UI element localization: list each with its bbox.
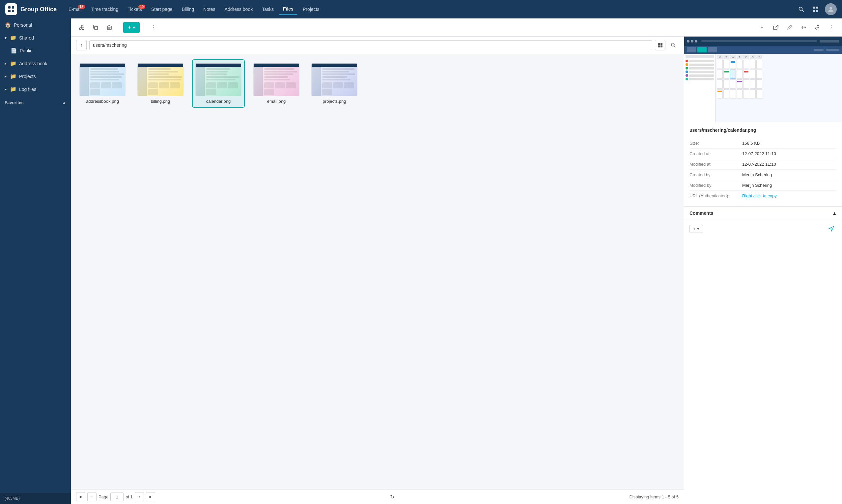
grid-menu-icon[interactable] [810,4,821,15]
chevron-right-icon-3: ▸ [5,87,6,92]
detail-preview: M T W T F S S [684,37,842,122]
nav-item-start-page[interactable]: Start page [147,4,177,15]
detail-more-options-button[interactable]: ⋮ [826,22,837,33]
file-item-email[interactable]: email.png [250,59,303,108]
content-area: + ▾ ⋮ [71,18,842,504]
first-page-button[interactable]: ⏮ [76,492,85,501]
created-at-label: Created at: [689,151,742,156]
chevron-down-icon: ▾ [5,36,6,40]
sidebar-item-shared[interactable]: ▾ 📁 Shared [0,31,71,44]
copy-button[interactable] [90,22,101,33]
file-item-addressbook[interactable]: addressbook.png [76,59,129,108]
file-thumbnail-addressbook [79,63,126,96]
share-link-button[interactable] [812,22,823,33]
cal-nav-tab-active [697,47,706,52]
svg-rect-1 [12,6,14,8]
created-by-value: Merijn Schering [742,172,837,177]
size-value: 158.6 KB [742,141,837,146]
nav-item-tickets[interactable]: Tickets10 [124,4,146,15]
file-item-projects[interactable]: projects.png [308,59,361,108]
file-search-button[interactable] [668,40,679,50]
next-page-button[interactable]: › [135,492,144,501]
prev-page-button[interactable]: ‹ [87,492,96,501]
nav-item-time-tracking[interactable]: Time tracking [87,4,123,15]
app-logo[interactable]: Group Office [5,3,57,15]
folder-icon: 📁 [10,35,16,41]
sidebar-item-personal[interactable]: 🏠 Personal [0,18,71,31]
svg-rect-22 [658,43,660,45]
add-more-button[interactable]: + ▾ [798,22,809,33]
comment-send-button[interactable] [826,223,837,234]
path-up-button[interactable]: ↑ [76,40,87,50]
sidebar-item-log-files[interactable]: ▸ 📁 Log files [0,83,71,95]
svg-line-27 [674,46,676,48]
comment-add-button[interactable]: + ▾ [689,224,703,233]
comments-header[interactable]: Comments ▲ [684,206,842,220]
detail-row-created-at: Created at: 12-07-2022 11:10 [689,148,837,159]
svg-rect-3 [12,10,14,12]
created-by-label: Created by: [689,172,742,177]
cal-dot-2 [691,40,694,42]
file-name-billing: billing.png [151,99,170,104]
svg-rect-25 [661,46,662,48]
file-item-calendar[interactable]: calendar.png [192,59,245,108]
download-button[interactable] [756,22,768,33]
nav-item-email[interactable]: E-mail18 [65,4,86,15]
cut-button[interactable] [76,22,87,33]
storage-info: (405MB) [0,493,71,504]
sidebar-item-address-book[interactable]: ▸ 📁 Address book [0,57,71,70]
created-at-value: 12-07-2022 11:10 [742,151,837,156]
calendar-preview-image: M T W T F S S [684,37,842,122]
file-name-projects: projects.png [323,99,346,104]
last-page-button[interactable]: ⏭ [146,492,155,501]
add-button[interactable]: + ▾ [123,22,140,33]
refresh-button[interactable]: ↻ [388,492,397,501]
add-dropdown-icon: ▾ [133,25,135,30]
detail-row-modified-at: Modified at: 12-07-2022 11:10 [689,159,837,170]
add-icon: + [128,24,131,31]
logo-icon [5,3,17,15]
cal-dot-1 [687,40,689,42]
file-thumbnail-projects [311,63,357,96]
nav-item-billing[interactable]: Billing [178,4,198,15]
nav-item-projects[interactable]: Projects [299,4,323,15]
nav-badge-email: 18 [78,5,85,9]
more-options-button[interactable]: ⋮ [148,22,159,33]
detail-info: users/mschering/calendar.png Size: 158.6… [684,122,842,206]
comment-dropdown-icon: ▾ [697,226,699,231]
nav-badge-tickets: 10 [138,5,145,9]
open-external-button[interactable] [770,22,782,33]
nav-item-notes[interactable]: Notes [199,4,219,15]
cal-nav-bar [684,46,842,54]
svg-rect-17 [94,26,97,30]
nav-item-files[interactable]: Files [279,4,298,15]
comments-title: Comments [689,211,713,216]
file-name-addressbook: addressbook.png [86,99,119,104]
user-avatar[interactable] [825,3,837,15]
paste-button[interactable] [104,22,115,33]
svg-rect-8 [813,10,815,12]
main-layout: 🏠 Personal ▾ 📁 Shared 📄 Public ▸ 📁 Addre… [0,18,842,504]
page-number-input[interactable] [110,492,124,501]
edit-button[interactable] [784,22,795,33]
file-browser: ↑ [71,37,842,504]
comment-input-bar: + ▾ [684,220,842,237]
comments-collapse-icon: ▲ [832,211,837,216]
search-icon[interactable] [796,4,806,15]
sidebar-item-projects[interactable]: ▸ 📁 Projects [0,70,71,83]
svg-rect-0 [8,6,11,8]
file-name-calendar: calendar.png [206,99,231,104]
file-item-billing[interactable]: billing.png [134,59,187,108]
items-count-label: Displaying items 1 - 5 of 5 [629,494,679,499]
nav-item-address-book[interactable]: Address book [221,4,257,15]
sidebar-item-public[interactable]: 📄 Public [0,44,71,57]
top-navigation: Group Office E-mail18Time trackingTicket… [0,0,842,18]
nav-item-tasks[interactable]: Tasks [258,4,278,15]
url-value[interactable]: Right click to copy [742,193,837,198]
grid-view-button[interactable] [655,40,665,50]
file-list-panel: ↑ [71,37,684,504]
path-input[interactable] [89,40,652,50]
svg-rect-6 [813,6,815,8]
folder-log-icon: 📁 [10,86,16,92]
favorites-collapse-icon[interactable]: ▲ [62,100,66,105]
